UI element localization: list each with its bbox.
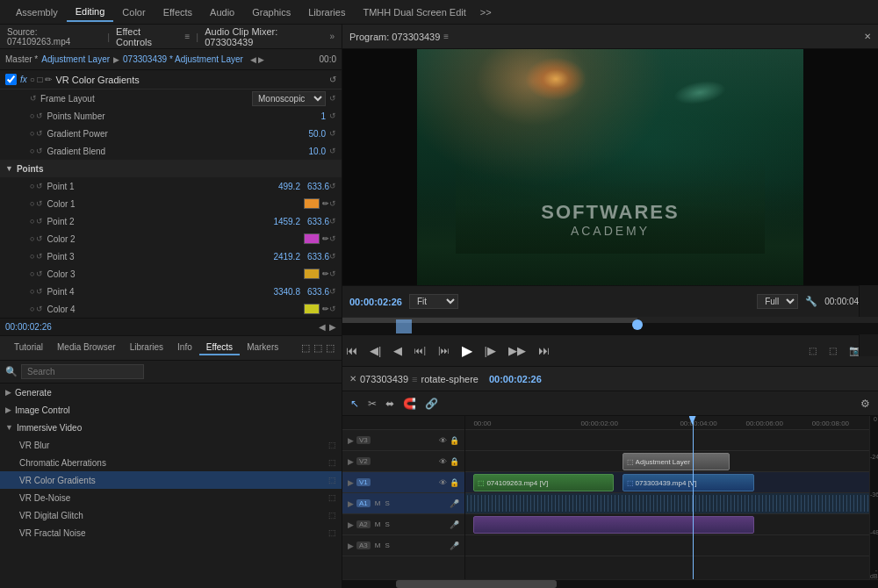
tl-select-tool[interactable]: ↖ [348, 396, 362, 412]
panel-menu-icon[interactable]: ≡ [184, 32, 190, 41]
v2-sync[interactable]: V2 [356, 457, 371, 465]
nav-more[interactable]: >> [475, 4, 497, 21]
tab-info[interactable]: Info [170, 341, 199, 355]
color4-reset[interactable]: ↺ [36, 305, 43, 313]
category-image-control[interactable]: ▶ Image Control [0, 401, 342, 419]
color2-swatch[interactable] [304, 233, 320, 244]
gradient-blend-reset2[interactable]: ↺ [329, 147, 336, 155]
tab-tutorial[interactable]: Tutorial [7, 341, 50, 355]
effect-timecode[interactable]: 00:00:02:26 [5, 322, 52, 332]
transport-in-point[interactable]: ⏮| [411, 344, 429, 357]
nav-fwd-btn[interactable]: ▶ [329, 322, 336, 332]
effect-vr-digital-glitch[interactable]: VR Digital Glitch ⬚ [0, 506, 342, 524]
v1-lock-btn[interactable]: 🔒 [450, 478, 459, 487]
panel-expand-icon[interactable]: » [329, 32, 335, 41]
nav-audio[interactable]: Audio [201, 4, 243, 21]
points-number-reset2[interactable]: ↺ [329, 111, 336, 120]
a3-m-btn[interactable]: M [375, 541, 381, 549]
timeline-scrub[interactable] [342, 317, 878, 334]
tl-razor-tool[interactable]: ✂ [365, 396, 379, 412]
master-link[interactable]: Adjustment Layer [41, 54, 110, 64]
transport-to-end[interactable]: ⏭ [535, 342, 553, 359]
effect-vr-color-gradients[interactable]: VR Color Gradients ⬚ [0, 471, 342, 489]
frame-layout-reset[interactable]: ↺ [30, 94, 37, 103]
color4-reset2[interactable]: ↺ [329, 305, 336, 313]
a1-s-btn[interactable]: S [385, 499, 389, 507]
gradient-blend-value[interactable]: 10.0 [309, 147, 326, 156]
nav-back-btn[interactable]: ◀ [319, 322, 326, 332]
clip-073303439[interactable]: ⬚ 073303439.mp4 [V] [623, 474, 754, 491]
points-section-header[interactable]: ▼ Points [0, 160, 342, 177]
v2-vis-btn[interactable]: 👁 [439, 457, 447, 466]
point1-x[interactable]: 499.2 [278, 182, 300, 191]
monitor-timecode[interactable]: 00:00:02:26 [349, 297, 402, 307]
v3-vis-btn[interactable]: 👁 [439, 436, 447, 445]
point4-toggle[interactable]: ○ [30, 287, 34, 296]
transport-play[interactable]: ▶ [458, 341, 476, 361]
color1-toggle[interactable]: ○ [30, 199, 34, 208]
fx-checkbox[interactable] [5, 74, 17, 85]
nav-effects[interactable]: Effects [155, 4, 201, 21]
scrub-thumb[interactable] [632, 319, 643, 330]
point3-x[interactable]: 2419.2 [273, 252, 300, 262]
tab-libraries[interactable]: Libraries [123, 341, 170, 355]
effects-icon-3[interactable]: ⬚ [326, 342, 335, 354]
point2-x[interactable]: 1459.2 [273, 217, 300, 226]
color2-reset[interactable]: ↺ [36, 234, 43, 243]
point2-reset2[interactable]: ↺ [329, 217, 336, 226]
effect-chromatic[interactable]: Chromatic Aberrations ⬚ [0, 454, 342, 471]
tl-magnet-tool[interactable]: 🧲 [400, 396, 419, 412]
nav-editing[interactable]: Editing [67, 3, 114, 22]
point2-reset[interactable]: ↺ [36, 217, 43, 226]
fx-reset-btn[interactable]: ↺ [329, 75, 336, 84]
a3-sync[interactable]: A3 [356, 541, 371, 549]
point1-toggle[interactable]: ○ [30, 182, 34, 190]
timeline-timecode[interactable]: 00:00:02:26 [489, 374, 542, 384]
tab-effects[interactable]: Effects [199, 341, 240, 355]
color3-toggle[interactable]: ○ [30, 269, 34, 278]
point1-y[interactable]: 633.6 [307, 182, 329, 191]
a2-mic-btn[interactable]: 🎤 [450, 520, 459, 529]
points-number-value[interactable]: 1 [320, 111, 326, 121]
color1-pencil[interactable]: ✏ [322, 199, 329, 208]
effects-icon-2[interactable]: ⬚ [313, 342, 322, 354]
v3-toggle[interactable]: ▶ [348, 436, 354, 445]
wrench-btn[interactable]: 🔧 [805, 296, 817, 307]
v3-lock-btn[interactable]: 🔒 [450, 436, 459, 445]
point4-reset[interactable]: ↺ [36, 287, 43, 296]
frame-layout-reset2[interactable]: ↺ [329, 94, 336, 103]
a3-mic-btn[interactable]: 🎤 [450, 541, 459, 550]
timeline-close-icon[interactable]: ✕ [349, 374, 356, 384]
effect-vr-de-noise[interactable]: VR De-Noise ⬚ [0, 489, 342, 506]
frame-layout-select[interactable]: Monoscopic Stereoscopic [252, 91, 326, 106]
a2-sync[interactable]: A2 [356, 520, 371, 528]
color1-reset2[interactable]: ↺ [329, 199, 336, 208]
v1-sync[interactable]: V1 [356, 478, 371, 486]
color4-swatch[interactable] [304, 304, 320, 314]
point3-toggle[interactable]: ○ [30, 252, 34, 261]
a1-mic-btn[interactable]: 🎤 [450, 499, 459, 508]
points-number-toggle[interactable]: ○ [30, 111, 34, 120]
master-controls[interactable]: ◀ ▶ [250, 55, 265, 64]
gradient-power-toggle[interactable]: ○ [30, 129, 34, 138]
transport-play-fwd[interactable]: ▶▶ [505, 342, 529, 359]
monitor-close-btn[interactable]: ✕ [864, 32, 871, 41]
a1-sync[interactable]: A1 [356, 499, 371, 507]
nav-assembly[interactable]: Assembly [7, 4, 67, 21]
monitor-menu-icon[interactable]: ≡ [443, 32, 449, 41]
color1-swatch[interactable] [304, 198, 320, 209]
point3-y[interactable]: 633.6 [307, 252, 329, 262]
tab-media-browser[interactable]: Media Browser [50, 341, 123, 355]
color4-toggle[interactable]: ○ [30, 305, 34, 313]
v2-lock-btn[interactable]: 🔒 [450, 457, 459, 466]
color3-reset[interactable]: ↺ [36, 269, 43, 278]
fx-enable-icon[interactable]: fx [20, 75, 27, 84]
quality-select[interactable]: Full 1/2 1/4 [757, 294, 798, 309]
v1-vis-btn[interactable]: 👁 [439, 478, 447, 487]
a1-toggle[interactable]: ▶ [348, 499, 354, 508]
points-section-toggle[interactable]: ▼ [5, 164, 13, 173]
transport-out-point[interactable]: |⏭ [435, 344, 453, 357]
transport-extract-btn[interactable]: ⬚ [825, 344, 840, 357]
effects-icon-1[interactable]: ⬚ [301, 342, 310, 354]
a2-toggle[interactable]: ▶ [348, 520, 354, 529]
